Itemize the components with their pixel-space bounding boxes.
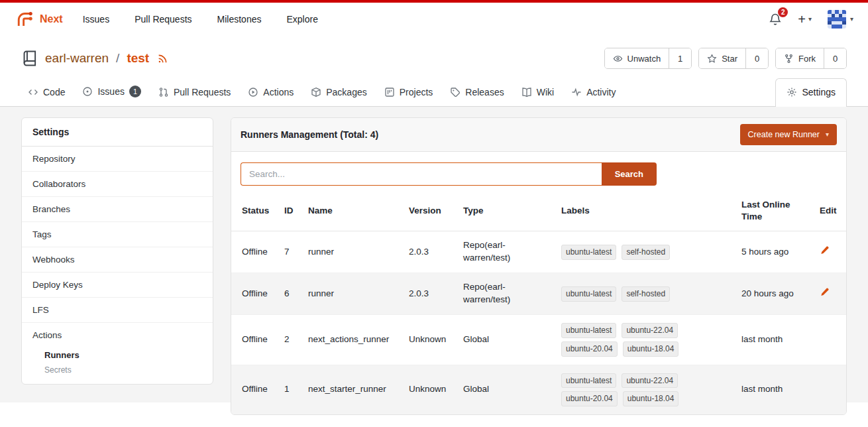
tab-packages[interactable]: Packages (304, 80, 373, 106)
star-count[interactable]: 0 (745, 48, 768, 68)
sidebar-item-deploy-keys[interactable]: Deploy Keys (22, 272, 213, 297)
tab-releases[interactable]: Releases (443, 80, 510, 106)
tab-label: Code (43, 87, 65, 97)
tab-label: Releases (465, 87, 504, 97)
repo-name-link[interactable]: test (127, 48, 149, 68)
forgejo-logo-icon (15, 9, 34, 29)
eye-icon (613, 54, 623, 64)
unwatch-button[interactable]: Unwatch (605, 48, 669, 68)
tab-label: Settings (802, 87, 836, 97)
col-type: Type (458, 191, 556, 231)
notification-count-badge: 2 (778, 7, 788, 17)
col-last-online: Last Online Time (736, 191, 814, 231)
runner-version: 2.0.3 (404, 231, 458, 273)
label-chip: ubuntu-20.04 (561, 391, 618, 406)
table-row: Offline 7 runner 2.0.3 Repo(earl-warren/… (231, 231, 846, 273)
tab-code[interactable]: Code (21, 80, 72, 106)
star-button-group: Star 0 (698, 48, 769, 69)
sidebar-item-tags[interactable]: Tags (22, 221, 213, 247)
package-icon (311, 87, 321, 97)
runner-labels: ubuntu-latest self-hosted (561, 245, 702, 260)
repo-tabbar: Code Issues 1 Pull Requests (0, 76, 868, 107)
col-id: ID (279, 191, 303, 231)
runners-table: Status ID Name Version Type Labels Last … (231, 191, 846, 414)
panel-title: Runners Management (Total: 4) (241, 129, 378, 140)
create-menu-button[interactable]: + ▾ (798, 12, 812, 27)
tab-actions[interactable]: Actions (241, 80, 300, 106)
settings-sidebar: Settings Repository Collaborators Branch… (21, 117, 213, 385)
fork-button[interactable]: Fork (776, 48, 824, 68)
home-brand-link[interactable]: Next (15, 9, 63, 29)
runner-last-online: 5 hours ago (736, 231, 814, 273)
chevron-down-icon: ▾ (826, 131, 829, 138)
issues-count-badge: 1 (129, 86, 141, 97)
tab-label: Pull Requests (174, 87, 231, 97)
actions-sub-list: Runners Secrets (22, 347, 213, 384)
tab-activity[interactable]: Activity (565, 80, 622, 106)
nav-pull-requests[interactable]: Pull Requests (135, 14, 191, 25)
search-input[interactable] (241, 162, 602, 186)
sidebar-item-lfs[interactable]: LFS (22, 297, 213, 322)
runner-version: Unknown (404, 315, 458, 365)
tab-settings[interactable]: Settings (775, 78, 847, 107)
sidebar-item-webhooks[interactable]: Webhooks (22, 247, 213, 272)
play-circle-icon (248, 87, 258, 97)
label-chip: ubuntu-latest (561, 245, 616, 260)
label-chip: ubuntu-20.04 (561, 341, 618, 357)
avatar (828, 10, 846, 29)
sidebar-item-actions[interactable]: Actions (22, 322, 213, 347)
navbar-right: 2 + ▾ ▾ (769, 10, 853, 29)
col-labels: Labels (556, 191, 736, 231)
fork-count[interactable]: 0 (824, 48, 846, 68)
create-runner-button[interactable]: Create new Runner ▾ (740, 124, 837, 145)
col-status: Status (231, 191, 279, 231)
edit-runner-button[interactable] (820, 245, 830, 255)
sidebar-item-runners[interactable]: Runners (22, 347, 213, 363)
edit-runner-button[interactable] (820, 287, 830, 297)
nav-issues[interactable]: Issues (83, 14, 109, 25)
label-chip: ubuntu-22.04 (622, 373, 678, 389)
star-button[interactable]: Star (699, 48, 745, 68)
table-row: Offline 2 next_actions_runner Unknown Gl… (231, 315, 846, 365)
sidebar-item-collaborators[interactable]: Collaborators (22, 171, 213, 196)
runner-status: Offline (231, 273, 279, 315)
tab-issues[interactable]: Issues 1 (76, 78, 147, 106)
runner-type: Global (458, 315, 556, 365)
star-label: Star (722, 54, 737, 64)
tab-projects[interactable]: Projects (378, 80, 440, 106)
search-button[interactable]: Search (602, 162, 657, 186)
fork-button-group: Fork 0 (775, 48, 847, 69)
fork-icon (784, 54, 794, 64)
label-chip: ubuntu-latest (561, 286, 616, 302)
label-chip: ubuntu-18.04 (623, 341, 679, 357)
runner-status: Offline (231, 315, 279, 365)
runner-type: Repo(earl-warren/test) (458, 273, 556, 315)
sidebar-item-branches[interactable]: Branches (22, 196, 213, 221)
code-icon (28, 87, 38, 97)
rss-feed-icon[interactable] (157, 53, 168, 64)
runner-status: Offline (231, 231, 279, 273)
label-chip: ubuntu-latest (561, 373, 616, 389)
sidebar-item-repository[interactable]: Repository (22, 147, 213, 171)
chevron-down-icon: ▾ (850, 16, 853, 23)
book-icon (521, 87, 532, 97)
table-row: Offline 6 runner 2.0.3 Repo(earl-warren/… (231, 273, 846, 315)
main-nav: Issues Pull Requests Milestones Explore (83, 14, 318, 25)
repo-owner-link[interactable]: earl-warren (45, 48, 109, 68)
tab-label: Issues (97, 86, 124, 97)
notifications-button[interactable]: 2 (769, 13, 782, 26)
tab-label: Activity (586, 87, 616, 97)
tab-pull-requests[interactable]: Pull Requests (152, 80, 237, 106)
watch-count[interactable]: 1 (669, 48, 691, 68)
runner-labels: ubuntu-latest self-hosted (561, 286, 702, 302)
user-menu-button[interactable]: ▾ (828, 10, 853, 29)
tab-wiki[interactable]: Wiki (515, 80, 561, 106)
label-chip: self-hosted (622, 245, 670, 260)
runner-labels: ubuntu-latest ubuntu-22.04 ubuntu-20.04 … (561, 323, 702, 357)
unwatch-label: Unwatch (627, 54, 661, 64)
nav-explore[interactable]: Explore (286, 14, 317, 25)
sidebar-item-secrets[interactable]: Secrets (22, 363, 213, 377)
runner-type: Repo(earl-warren/test) (458, 231, 556, 273)
nav-milestones[interactable]: Milestones (217, 14, 262, 25)
sidebar-title: Settings (22, 118, 213, 147)
